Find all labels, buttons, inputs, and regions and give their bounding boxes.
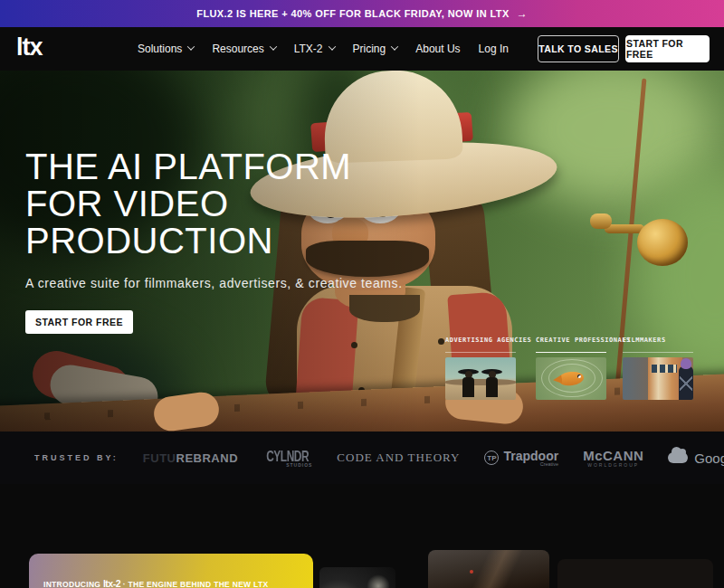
trapdoor-icon: TP [484, 450, 499, 465]
cloud-icon [668, 452, 688, 463]
logo-google-cloud: Google Cloud [668, 450, 724, 466]
creative-professionals-thumbnail[interactable] [536, 357, 606, 400]
advertising-agencies-thumbnail[interactable] [445, 357, 516, 400]
video-thumbnail-card[interactable] [428, 550, 549, 588]
video-thumbnail-card[interactable] [319, 567, 395, 588]
bottom-section: INTRODUCING ltx-2 · THE ENGINE BEHIND TH… [0, 484, 724, 588]
promo-banner[interactable]: FLUX.2 IS HERE + 40% OFF FOR BLACK FRIDA… [0, 0, 724, 27]
tab-underline [623, 352, 693, 353]
title-line: PRODUCTION [25, 223, 403, 260]
introducing-ltx2-text: INTRODUCING ltx-2 · THE ENGINE BEHIND TH… [43, 578, 268, 588]
nav-item-log-in[interactable]: Log In [479, 43, 509, 55]
intro-prefix: INTRODUCING [43, 580, 103, 588]
chevron-down-icon [328, 43, 335, 50]
intro-suffix: · THE ENGINE BEHIND THE NEW LTX [120, 580, 268, 588]
figure-with-hat [485, 366, 499, 395]
person-purple-hair [679, 366, 693, 400]
trusted-by-strip: TRUSTED BY: FUTUREBRAND CYLNDR STUDIOS C… [0, 432, 724, 484]
desert-hills [445, 379, 516, 385]
ltx-logo[interactable]: ltx [16, 33, 43, 62]
nav-links: Solutions Resources LTX-2 Pricing About … [138, 27, 509, 71]
title-line: FOR VIDEO [25, 185, 403, 223]
title-line: THE AI PLATFORM [25, 148, 403, 185]
tab-label: CREATIVE PROFESSIONALS [536, 337, 606, 344]
nav-item-pricing[interactable]: Pricing [353, 43, 398, 55]
ltx2-logo: ltx-2 [103, 578, 120, 588]
tab-label: ADVERTISING AGENCIES [445, 337, 516, 344]
hero-subtitle: A creative suite for filmmakers, adverti… [25, 276, 403, 290]
introducing-ltx2-card[interactable]: INTRODUCING ltx-2 · THE ENGINE BEHIND TH… [29, 554, 313, 588]
filmmakers-thumbnail[interactable] [623, 357, 693, 400]
logo-cylndr-studios: CYLNDR STUDIOS [262, 449, 312, 468]
logo-trapdoor-creative: TP Trapdoor Creative [484, 449, 558, 467]
nav-item-label: About Us [415, 43, 460, 55]
nav-item-about-us[interactable]: About Us [415, 43, 460, 55]
nav-item-label: Pricing [353, 43, 386, 55]
logo-mccann-worldgroup: McCANN WORLDGROUP [583, 448, 643, 468]
trusted-by-label: TRUSTED BY: [34, 453, 119, 462]
arrow-right-icon: → [517, 7, 528, 20]
nav-item-label: LTX-2 [294, 43, 323, 55]
tab-underline-active [536, 352, 606, 353]
figure-with-hat [462, 366, 475, 395]
tab-filmmakers[interactable]: FILMMAKERS [623, 337, 693, 400]
page-title: THE AI PLATFORM FOR VIDEO PRODUCTION [25, 148, 403, 260]
tab-underline [445, 352, 516, 353]
logo-futurebrand-text: REBRAND [176, 451, 239, 465]
train-windows [652, 365, 677, 373]
logo-mccann-sub: WORLDGROUP [583, 462, 643, 468]
logo-futurebrand-faded: FUTU [143, 451, 176, 465]
tab-label: FILMMAKERS [623, 337, 693, 344]
nav-item-resources[interactable]: Resources [212, 43, 275, 55]
hero-section: THE AI PLATFORM FOR VIDEO PRODUCTION A c… [0, 71, 724, 432]
chevron-down-icon [187, 43, 195, 50]
nav-item-label: Resources [212, 43, 263, 55]
top-navigation: ltx Solutions Resources LTX-2 Pricing Ab… [0, 27, 724, 71]
tab-creative-professionals[interactable]: CREATIVE PROFESSIONALS [536, 337, 606, 400]
nav-item-label: Log In [479, 43, 509, 55]
talk-to-sales-button[interactable]: TALK TO SALES [538, 35, 619, 62]
logo-code-and-theory: CODE AND THEORY [337, 450, 460, 465]
chevron-down-icon [269, 43, 276, 50]
chevron-down-icon [391, 43, 398, 50]
hero-start-for-free-button[interactable]: START FOR FREE [25, 310, 133, 334]
nav-item-label: Solutions [138, 43, 182, 55]
video-thumbnail-card[interactable] [557, 559, 713, 588]
tab-advertising-agencies[interactable]: ADVERTISING AGENCIES [445, 337, 516, 400]
promo-banner-text: FLUX.2 IS HERE + 40% OFF FOR BLACK FRIDA… [196, 8, 509, 19]
hero-copy: THE AI PLATFORM FOR VIDEO PRODUCTION A c… [25, 148, 403, 334]
logo-google-cloud-text: Google Cloud [694, 450, 724, 466]
logo-mccann-name: McCANN [583, 448, 643, 463]
nav-item-solutions[interactable]: Solutions [138, 43, 194, 55]
logo-futurebrand: FUTUREBRAND [143, 451, 238, 465]
start-for-free-button[interactable]: START FOR FREE [625, 35, 710, 62]
logo-cylndr-top: CYLNDR [266, 447, 309, 463]
goldfish-eye [577, 375, 581, 378]
nav-item-ltx-2[interactable]: LTX-2 [294, 43, 335, 55]
